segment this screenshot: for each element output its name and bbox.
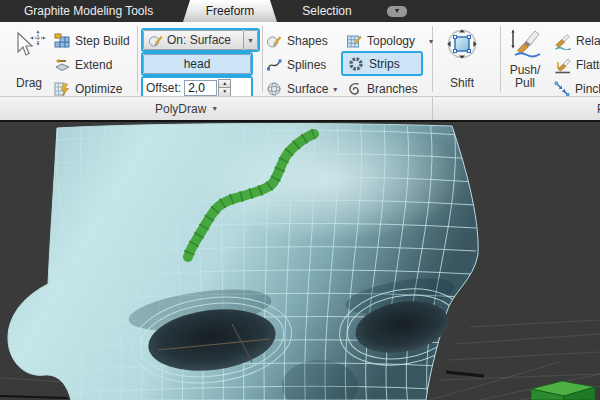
topology-icon bbox=[346, 33, 362, 49]
step-build-icon bbox=[54, 33, 70, 49]
ribbon-footer: PolyDraw ▼ Paint Deform bbox=[0, 96, 600, 120]
panel-separator bbox=[137, 26, 138, 92]
on-surface-label: On: Surface bbox=[167, 33, 231, 47]
push-pull-button[interactable]: Push/ Pull bbox=[502, 26, 548, 92]
relax-button[interactable]: Relax bbox=[554, 30, 600, 52]
surface-label: Surface bbox=[287, 82, 328, 96]
drag-button[interactable]: Drag bbox=[6, 26, 52, 92]
shift-button[interactable]: Shift bbox=[441, 26, 483, 92]
polydraw-footer-label: PolyDraw bbox=[155, 102, 206, 116]
spinner-up-icon[interactable]: ▲ bbox=[218, 79, 231, 89]
panel-separator bbox=[262, 26, 263, 92]
extend-button[interactable]: Extend bbox=[54, 54, 112, 76]
push-pull-button-label: Push/ Pull bbox=[502, 64, 548, 89]
step-build-button[interactable]: Step Build bbox=[54, 30, 130, 52]
offset-label: Offset: bbox=[146, 81, 181, 95]
on-surface-dropdown-arrow-icon[interactable]: ▾ bbox=[244, 30, 258, 50]
relax-icon bbox=[554, 33, 571, 50]
viewport-canvas[interactable] bbox=[0, 120, 600, 400]
object-highlight: head bbox=[141, 52, 253, 76]
extend-icon bbox=[54, 57, 70, 73]
flatten-label: Flatten bbox=[576, 58, 600, 72]
tab-graphite-modeling-tools[interactable]: Graphite Modeling Tools bbox=[24, 0, 153, 22]
push-pull-brush-icon bbox=[507, 28, 543, 58]
strips-icon bbox=[348, 56, 364, 72]
object-name-button[interactable]: head bbox=[143, 54, 251, 74]
step-build-label: Step Build bbox=[75, 34, 130, 48]
shapes-label: Shapes bbox=[287, 34, 328, 48]
shift-button-label: Shift bbox=[441, 77, 483, 89]
topology-button[interactable]: Topology ▾ bbox=[346, 30, 433, 52]
splines-icon bbox=[266, 57, 282, 73]
on-surface-button[interactable]: On: Surface bbox=[143, 30, 244, 50]
shapes-button[interactable]: Shapes bbox=[266, 30, 328, 52]
object-name-label: head bbox=[184, 57, 211, 71]
tab-freeform[interactable]: Freeform bbox=[183, 0, 277, 22]
shapes-icon bbox=[266, 33, 282, 49]
flatten-icon bbox=[554, 57, 571, 74]
paint-deform-panel-footer[interactable]: Paint Deform bbox=[433, 97, 600, 120]
relax-label: Relax bbox=[576, 34, 600, 48]
tab-selection[interactable]: Selection bbox=[283, 0, 371, 22]
on-surface-highlight: On: Surface ▾ bbox=[141, 28, 260, 52]
topology-dropdown-arrow-icon[interactable]: ▾ bbox=[429, 37, 433, 46]
pinch-label: Pinch bbox=[575, 82, 600, 96]
application-window: Graphite Modeling Tools Freeform Selecti… bbox=[0, 0, 600, 400]
splines-button[interactable]: Splines bbox=[266, 54, 326, 76]
surface-sphere-icon bbox=[266, 81, 282, 97]
strips-button[interactable]: Strips bbox=[341, 51, 423, 76]
branches-icon bbox=[346, 81, 362, 97]
offset-spinner[interactable]: ▲ ▼ bbox=[218, 79, 231, 97]
drag-cursor-icon bbox=[11, 29, 47, 61]
polydraw-panel-footer[interactable]: PolyDraw ▼ bbox=[0, 97, 433, 120]
topology-label: Topology bbox=[367, 34, 415, 48]
extend-label: Extend bbox=[75, 58, 112, 72]
optimize-icon bbox=[54, 81, 70, 97]
polydraw-footer-arrow-icon: ▼ bbox=[211, 105, 218, 112]
pinch-icon bbox=[554, 81, 570, 97]
offset-input[interactable] bbox=[184, 80, 217, 96]
splines-label: Splines bbox=[287, 58, 326, 72]
drag-button-label: Drag bbox=[6, 77, 52, 89]
ribbon-tabbar: Graphite Modeling Tools Freeform Selecti… bbox=[0, 0, 600, 22]
viewport-scene bbox=[0, 122, 600, 400]
selection-dropdown-arrow-icon[interactable]: ▾ bbox=[387, 6, 407, 17]
surface-pencil-icon bbox=[148, 33, 163, 48]
strips-label: Strips bbox=[369, 57, 400, 71]
optimize-label: Optimize bbox=[75, 82, 122, 96]
ribbon-panel-area: Drag Step Build Extend bbox=[0, 22, 600, 120]
surface-dropdown-arrow-icon[interactable]: ▾ bbox=[333, 85, 337, 94]
panel-separator bbox=[500, 26, 501, 92]
branches-label: Branches bbox=[367, 82, 418, 96]
shift-icon bbox=[446, 28, 478, 60]
head-mesh-object[interactable] bbox=[0, 122, 478, 400]
flatten-button[interactable]: Flatten bbox=[554, 54, 600, 76]
